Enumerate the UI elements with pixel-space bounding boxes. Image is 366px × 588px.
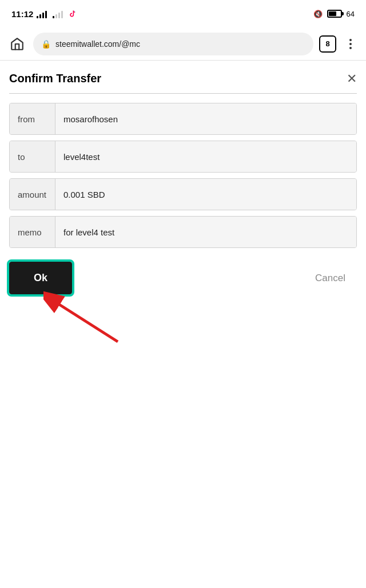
mute-icon: 🔇 [313, 10, 323, 18]
dot2 [349, 43, 352, 45]
main-content: Confirm Transfer ✕ from mosarofhosen to … [0, 61, 366, 306]
memo-value: for level4 test [55, 217, 356, 247]
signal-bar-4 [45, 11, 47, 18]
dialog-title: Confirm Transfer [9, 72, 101, 85]
dot3 [349, 47, 352, 49]
signal-bar-8 [61, 11, 63, 18]
time-display: 11:12 [11, 9, 33, 19]
status-bar: 11:12 🔇 64 [0, 0, 366, 27]
amount-value: 0.001 SBD [55, 179, 356, 210]
actions-row: Ok Cancel [9, 262, 357, 294]
app-icon [66, 7, 79, 20]
menu-button[interactable] [342, 35, 359, 53]
amount-label: amount [10, 179, 55, 210]
signal-bar-2 [39, 14, 41, 18]
signal-bar-7 [58, 13, 60, 18]
url-bar[interactable]: 🔒 steemitwallet.com/@mc [33, 33, 313, 55]
signal-bar-1 [37, 16, 38, 18]
browser-bar: 🔒 steemitwallet.com/@mc 8 [0, 27, 366, 61]
to-row: to level4test [9, 141, 357, 173]
cancel-button[interactable]: Cancel [304, 267, 357, 290]
dot1 [349, 39, 352, 41]
signal-bar-3 [42, 13, 44, 18]
ok-button-wrapper: Ok [9, 262, 72, 294]
arrow-annotation [43, 290, 135, 347]
signal-bars [37, 9, 47, 18]
signal-bar-6 [55, 14, 57, 18]
memo-label: memo [10, 217, 55, 247]
signal-bars-2 [53, 9, 63, 18]
ok-button[interactable]: Ok [9, 262, 72, 294]
memo-row: memo for level4 test [9, 216, 357, 248]
dialog-header: Confirm Transfer ✕ [9, 72, 357, 94]
tab-count[interactable]: 8 [319, 35, 336, 53]
close-button[interactable]: ✕ [347, 73, 357, 85]
battery-fill [329, 11, 336, 16]
status-left: 11:12 [11, 7, 79, 20]
from-label: from [10, 103, 55, 134]
url-text: steemitwallet.com/@mc [55, 39, 140, 49]
amount-row: amount 0.001 SBD [9, 178, 357, 210]
to-label: to [10, 141, 55, 172]
from-value: mosarofhosen [55, 103, 356, 134]
from-row: from mosarofhosen [9, 103, 357, 135]
svg-rect-0 [68, 9, 77, 18]
svg-line-2 [55, 302, 118, 342]
lock-icon: 🔒 [41, 39, 51, 49]
status-right: 🔇 64 [313, 10, 355, 18]
battery-percentage: 64 [347, 10, 355, 18]
home-button[interactable] [7, 34, 27, 54]
battery-icon [327, 10, 342, 18]
to-value: level4test [55, 141, 356, 172]
signal-bar-5 [53, 16, 54, 18]
